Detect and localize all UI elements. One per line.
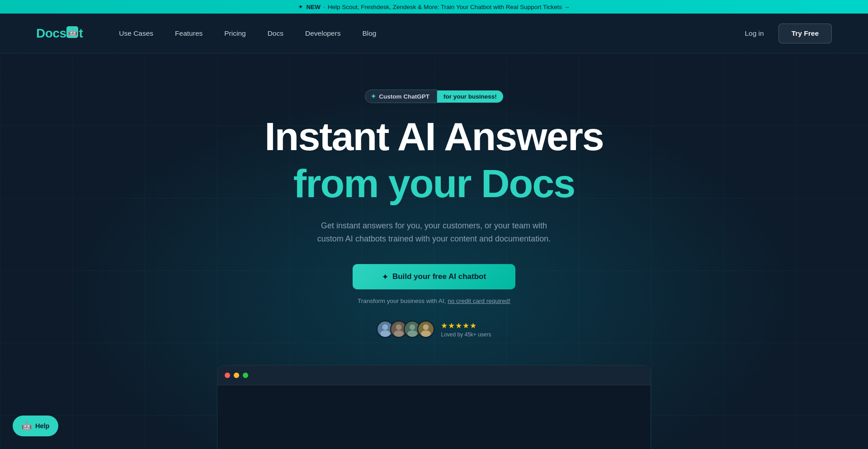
hero-title-sub: from your Docs bbox=[293, 163, 575, 204]
social-proof: ★★★★★ Loved by 45k+ users bbox=[377, 321, 491, 338]
svg-point-11 bbox=[421, 331, 431, 337]
announcement-link[interactable]: Help Scout, Freshdesk, Zendesk & More: T… bbox=[328, 4, 570, 10]
svg-point-2 bbox=[381, 331, 390, 337]
rating-text: Loved by 45k+ users bbox=[441, 331, 491, 338]
logo-text: Docst bbox=[36, 26, 83, 41]
hero-badge: ✦ Custom ChatGPT for your business! bbox=[365, 90, 503, 103]
preview-window bbox=[217, 365, 651, 449]
badge-sparkle-icon: ✦ bbox=[371, 93, 376, 100]
nav-link-pricing[interactable]: Pricing bbox=[215, 25, 255, 42]
cta-label: Build your free AI chatbot bbox=[392, 272, 486, 281]
svg-point-1 bbox=[382, 324, 388, 330]
badge-right: for your business! bbox=[437, 90, 503, 103]
nav-link-use-cases[interactable]: Use Cases bbox=[110, 25, 162, 42]
svg-point-4 bbox=[396, 324, 402, 330]
rating-block: ★★★★★ Loved by 45k+ users bbox=[441, 321, 491, 338]
svg-point-7 bbox=[410, 324, 415, 330]
cta-subtext: Transform your business with AI, no cred… bbox=[358, 298, 510, 304]
cta-sparkle-icon: ✦ bbox=[382, 273, 388, 281]
new-badge: NEW bbox=[306, 4, 321, 10]
svg-point-8 bbox=[408, 331, 417, 337]
stars-display: ★★★★★ bbox=[441, 321, 491, 331]
window-dot-close bbox=[225, 373, 230, 378]
try-free-button[interactable]: Try Free bbox=[778, 24, 832, 43]
nav-link-developers[interactable]: Developers bbox=[296, 25, 349, 42]
login-button[interactable]: Log in bbox=[737, 25, 771, 42]
nav-link-docs[interactable]: Docs bbox=[259, 25, 292, 42]
no-credit-card-link[interactable]: no credit card required! bbox=[448, 298, 510, 304]
preview-window-body bbox=[217, 385, 651, 449]
logo-bot-icon bbox=[66, 26, 78, 38]
svg-point-5 bbox=[394, 331, 404, 337]
window-dot-minimize bbox=[234, 373, 239, 378]
cta-button[interactable]: ✦ Build your free AI chatbot bbox=[353, 264, 515, 289]
hero-title-main: Instant AI Answers bbox=[264, 116, 604, 157]
sparkle-icon: ✦ bbox=[298, 3, 303, 10]
preview-window-header bbox=[217, 365, 651, 385]
hero-section: ✦ Custom ChatGPT for your business! Inst… bbox=[0, 53, 868, 449]
navbar: Docst Use Cases Features Pricing Docs De… bbox=[0, 14, 868, 53]
nav-link-features[interactable]: Features bbox=[166, 25, 212, 42]
badge-left: ✦ Custom ChatGPT bbox=[365, 90, 437, 103]
logo[interactable]: Docst bbox=[36, 26, 83, 41]
nav-actions: Log in Try Free bbox=[737, 24, 832, 43]
help-bot-icon: 🤖 bbox=[22, 421, 32, 431]
nav-link-blog[interactable]: Blog bbox=[353, 25, 385, 42]
svg-point-10 bbox=[423, 324, 429, 330]
avatars bbox=[377, 321, 434, 338]
window-dot-maximize bbox=[243, 373, 248, 378]
separator: · bbox=[323, 4, 325, 10]
hero-description: Get instant answers for you, your custom… bbox=[316, 219, 552, 246]
nav-links: Use Cases Features Pricing Docs Develope… bbox=[110, 25, 737, 42]
announcement-banner[interactable]: ✦ NEW · Help Scout, Freshdesk, Zendesk &… bbox=[0, 0, 868, 14]
help-widget-button[interactable]: 🤖 Help bbox=[13, 416, 58, 436]
avatar bbox=[417, 321, 434, 338]
help-label: Help bbox=[35, 422, 49, 430]
